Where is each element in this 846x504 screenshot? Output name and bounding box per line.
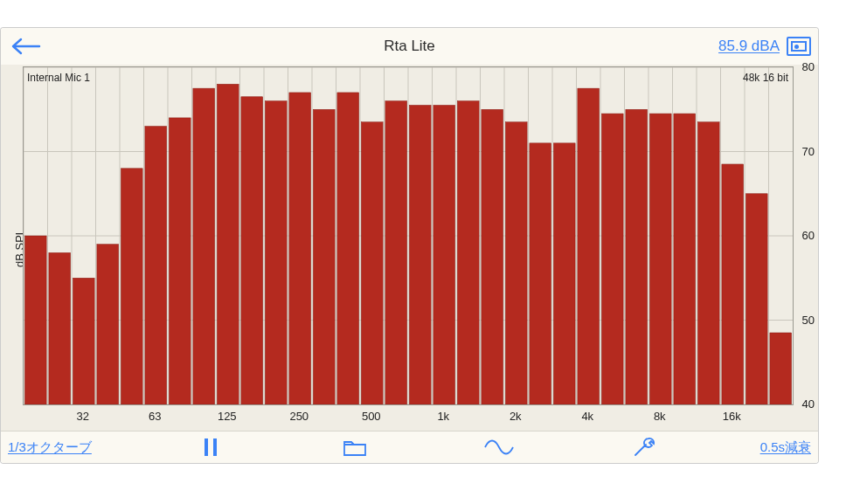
app-frame: Rta Lite 85.9 dBA Internal Mic 1 48k 16 …	[1, 28, 818, 463]
svg-rect-39	[73, 278, 94, 404]
svg-rect-60	[578, 88, 600, 404]
pause-icon	[205, 438, 217, 456]
x-tick: 32	[77, 410, 89, 423]
y-tick: 60	[802, 229, 815, 242]
back-arrow-icon	[10, 37, 41, 56]
spectrum-bars	[24, 67, 793, 404]
svg-rect-61	[601, 114, 623, 404]
svg-rect-68	[770, 333, 792, 404]
mic-label: Internal Mic 1	[27, 72, 90, 84]
x-tick: 500	[362, 410, 381, 423]
octave-mode-button[interactable]: 1/3オクターブ	[1, 432, 139, 463]
chart-area: Internal Mic 1 48k 16 bit dB SPL 4050607…	[1, 65, 818, 432]
svg-rect-67	[745, 194, 767, 404]
generator-button[interactable]	[427, 432, 572, 463]
y-tick: 70	[802, 144, 815, 157]
folder-icon	[343, 438, 367, 457]
x-tick: 4k	[581, 410, 593, 423]
svg-rect-45	[217, 84, 239, 404]
svg-rect-59	[553, 143, 575, 404]
svg-rect-57	[505, 122, 527, 404]
x-tick: 250	[289, 410, 309, 423]
pause-button[interactable]	[139, 432, 283, 463]
back-button[interactable]	[1, 37, 53, 56]
svg-rect-64	[674, 114, 696, 404]
y-tick: 50	[802, 313, 815, 326]
svg-rect-37	[24, 236, 46, 404]
svg-rect-63	[649, 114, 671, 404]
header-bar: Rta Lite 85.9 dBA	[1, 28, 818, 66]
svg-rect-52	[385, 101, 407, 404]
y-tick: 80	[802, 60, 815, 73]
svg-rect-44	[193, 88, 215, 404]
toolbar: 1/3オクターブ 0.5s減衰	[1, 431, 818, 463]
svg-rect-66	[722, 164, 744, 404]
sine-icon	[484, 438, 514, 456]
y-tick: 40	[802, 397, 815, 411]
svg-rect-48	[289, 93, 311, 404]
x-tick: 2k	[510, 410, 522, 423]
svg-rect-49	[313, 109, 335, 404]
svg-rect-62	[626, 109, 648, 404]
spl-readout[interactable]: 85.9 dBA	[718, 38, 787, 55]
svg-rect-42	[145, 127, 167, 404]
settings-button[interactable]	[571, 432, 715, 463]
svg-rect-56	[482, 109, 503, 404]
svg-rect-54	[433, 105, 455, 404]
folder-button[interactable]	[283, 432, 427, 463]
format-label: 48k 16 bit	[743, 72, 788, 84]
svg-rect-55	[457, 101, 479, 404]
app-title: Rta Lite	[1, 38, 818, 55]
decay-button[interactable]: 0.5s減衰	[715, 432, 818, 463]
svg-rect-43	[169, 118, 191, 404]
x-tick: 63	[149, 410, 161, 423]
svg-rect-51	[361, 122, 383, 404]
svg-rect-58	[530, 143, 551, 404]
wrench-icon	[631, 437, 655, 458]
svg-rect-47	[265, 101, 287, 404]
plot-area[interactable]	[23, 66, 794, 405]
x-tick: 125	[218, 410, 237, 423]
x-tick: 8k	[654, 410, 666, 423]
svg-rect-41	[121, 169, 142, 404]
svg-rect-50	[337, 93, 359, 404]
svg-rect-46	[241, 97, 263, 404]
svg-rect-53	[409, 105, 431, 404]
svg-rect-38	[49, 252, 71, 404]
x-tick: 16k	[723, 410, 741, 423]
svg-rect-40	[97, 245, 119, 404]
svg-rect-65	[697, 122, 719, 404]
snapshot-icon[interactable]	[787, 37, 811, 56]
x-tick: 1k	[437, 410, 449, 423]
